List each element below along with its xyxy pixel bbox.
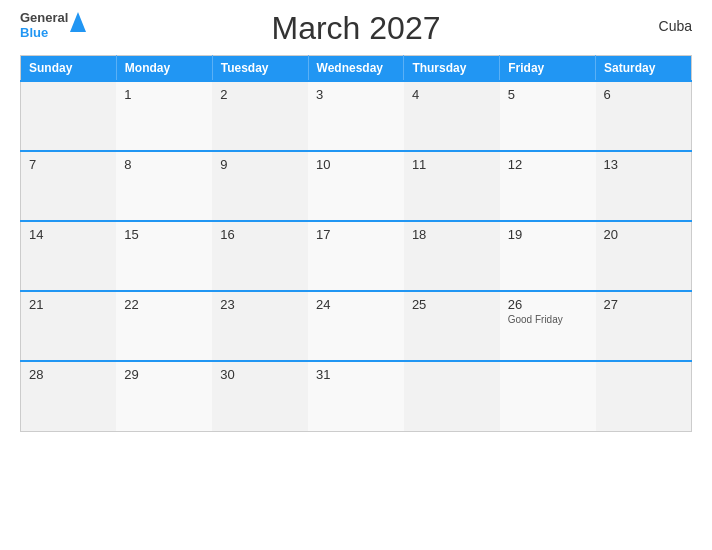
- column-header-tuesday: Tuesday: [212, 56, 308, 82]
- calendar-week-row: 123456: [21, 81, 692, 151]
- day-number: 29: [124, 367, 204, 382]
- calendar-table: SundayMondayTuesdayWednesdayThursdayFrid…: [20, 55, 692, 432]
- calendar-cell: 20: [596, 221, 692, 291]
- calendar-cell: 21: [21, 291, 117, 361]
- calendar-cell: 19: [500, 221, 596, 291]
- calendar-cell: 12: [500, 151, 596, 221]
- calendar-cell: [500, 361, 596, 431]
- logo: General Blue: [20, 10, 86, 40]
- day-number: 21: [29, 297, 108, 312]
- calendar-cell: 5: [500, 81, 596, 151]
- day-number: 10: [316, 157, 396, 172]
- calendar-cell: 11: [404, 151, 500, 221]
- day-number: 24: [316, 297, 396, 312]
- day-number: 15: [124, 227, 204, 242]
- day-number: 26: [508, 297, 588, 312]
- day-number: 31: [316, 367, 396, 382]
- column-header-monday: Monday: [116, 56, 212, 82]
- column-header-friday: Friday: [500, 56, 596, 82]
- day-number: 19: [508, 227, 588, 242]
- calendar-cell: 29: [116, 361, 212, 431]
- calendar-cell: 24: [308, 291, 404, 361]
- calendar-cell: 18: [404, 221, 500, 291]
- day-number: 18: [412, 227, 492, 242]
- column-header-thursday: Thursday: [404, 56, 500, 82]
- day-number: 23: [220, 297, 300, 312]
- day-number: 14: [29, 227, 108, 242]
- calendar-week-row: 78910111213: [21, 151, 692, 221]
- calendar-cell: 30: [212, 361, 308, 431]
- calendar-cell: 27: [596, 291, 692, 361]
- calendar-cell: 17: [308, 221, 404, 291]
- calendar-cell: 2: [212, 81, 308, 151]
- calendar-week-row: 212223242526Good Friday27: [21, 291, 692, 361]
- day-number: 8: [124, 157, 204, 172]
- day-number: 7: [29, 157, 108, 172]
- country-label: Cuba: [659, 18, 692, 34]
- day-number: 2: [220, 87, 300, 102]
- calendar-cell: 22: [116, 291, 212, 361]
- day-number: 25: [412, 297, 492, 312]
- calendar-cell: 3: [308, 81, 404, 151]
- svg-marker-0: [70, 12, 86, 32]
- calendar-cell: 28: [21, 361, 117, 431]
- calendar-cell: 1: [116, 81, 212, 151]
- page-title: March 2027: [272, 10, 441, 47]
- calendar-cell: 26Good Friday: [500, 291, 596, 361]
- day-number: 5: [508, 87, 588, 102]
- calendar-cell: 15: [116, 221, 212, 291]
- holiday-label: Good Friday: [508, 314, 588, 325]
- calendar-cell: 4: [404, 81, 500, 151]
- calendar-week-row: 14151617181920: [21, 221, 692, 291]
- calendar-cell: 10: [308, 151, 404, 221]
- calendar-cell: [21, 81, 117, 151]
- column-header-saturday: Saturday: [596, 56, 692, 82]
- column-header-wednesday: Wednesday: [308, 56, 404, 82]
- calendar-cell: 16: [212, 221, 308, 291]
- calendar-cell: 23: [212, 291, 308, 361]
- calendar-cell: [404, 361, 500, 431]
- day-number: 13: [604, 157, 683, 172]
- day-number: 16: [220, 227, 300, 242]
- logo-general: General: [20, 10, 68, 25]
- day-number: 3: [316, 87, 396, 102]
- day-number: 30: [220, 367, 300, 382]
- calendar-cell: 7: [21, 151, 117, 221]
- calendar-cell: 9: [212, 151, 308, 221]
- day-number: 17: [316, 227, 396, 242]
- column-header-sunday: Sunday: [21, 56, 117, 82]
- day-number: 12: [508, 157, 588, 172]
- day-number: 20: [604, 227, 683, 242]
- calendar-week-row: 28293031: [21, 361, 692, 431]
- calendar-cell: 6: [596, 81, 692, 151]
- day-number: 6: [604, 87, 683, 102]
- day-number: 11: [412, 157, 492, 172]
- calendar-cell: 25: [404, 291, 500, 361]
- day-number: 28: [29, 367, 108, 382]
- logo-triangle-icon: [70, 12, 86, 36]
- calendar-cell: 13: [596, 151, 692, 221]
- logo-blue: Blue: [20, 25, 68, 40]
- page-header: General Blue March 2027 Cuba: [20, 10, 692, 47]
- calendar-cell: [596, 361, 692, 431]
- calendar-cell: 8: [116, 151, 212, 221]
- day-number: 1: [124, 87, 204, 102]
- calendar-header-row: SundayMondayTuesdayWednesdayThursdayFrid…: [21, 56, 692, 82]
- calendar-cell: 14: [21, 221, 117, 291]
- day-number: 27: [604, 297, 683, 312]
- day-number: 4: [412, 87, 492, 102]
- calendar-cell: 31: [308, 361, 404, 431]
- day-number: 9: [220, 157, 300, 172]
- day-number: 22: [124, 297, 204, 312]
